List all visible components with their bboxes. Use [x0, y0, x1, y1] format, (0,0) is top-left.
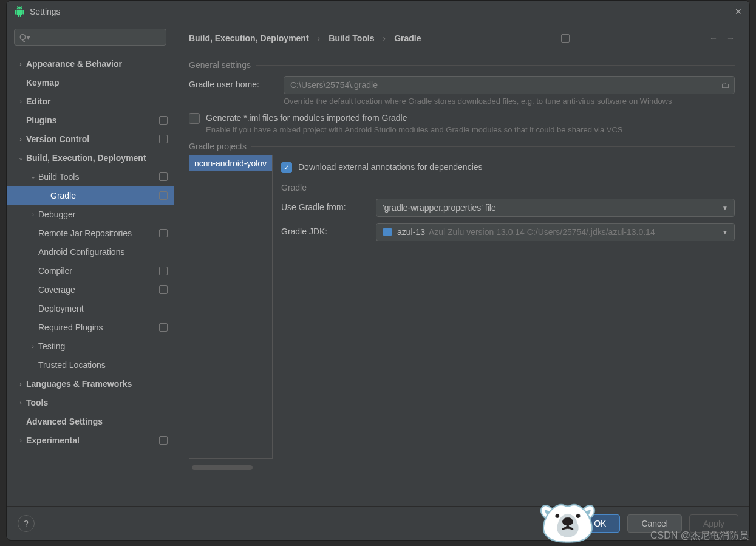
tree-item[interactable]: Required Plugins	[7, 318, 174, 336]
chevron-icon: ›	[27, 343, 38, 350]
scope-badge-icon	[159, 285, 168, 294]
content: General settings Gradle user home: C:\Us…	[174, 48, 749, 506]
forward-icon[interactable]: →	[726, 33, 735, 43]
tree-item-label: Required Plugins	[38, 322, 103, 332]
use-gradle-from-select[interactable]: 'gradle-wrapper.properties' file ▼	[376, 199, 735, 217]
download-annotations-checkbox[interactable]: ✓	[281, 162, 292, 173]
tree-item-label: Testing	[38, 341, 65, 351]
scope-badge-icon	[159, 116, 168, 125]
tree-item[interactable]: ›Editor	[7, 92, 174, 111]
tree-item[interactable]: Trusted Locations	[7, 355, 174, 374]
chevron-icon: ›	[15, 399, 26, 406]
tree-item[interactable]: Remote Jar Repositories	[7, 224, 174, 242]
tree-item-label: Plugins	[26, 115, 57, 125]
breadcrumb-item[interactable]: Build Tools	[329, 33, 374, 43]
chevron-icon: ›	[15, 60, 26, 67]
section-general: General settings	[189, 60, 735, 70]
footer: ? OK Cancel Apply	[7, 506, 749, 540]
dialog-body: Q▾ ›Appearance & BehaviorKeymap›EditorPl…	[7, 22, 749, 506]
close-icon[interactable]: ✕	[735, 7, 742, 16]
cancel-button[interactable]: Cancel	[627, 514, 682, 533]
chevron-down-icon: ▼	[722, 205, 728, 211]
tree-item[interactable]: ›Appearance & Behavior	[7, 54, 174, 73]
tree-item[interactable]: ›Version Control	[7, 129, 174, 148]
chevron-icon: ›	[15, 98, 26, 105]
tree-item[interactable]: ⌄Build, Execution, Deployment	[7, 148, 174, 167]
breadcrumb-item[interactable]: Gradle	[394, 33, 421, 43]
tree-item[interactable]: ⌄Build Tools	[7, 167, 174, 186]
tree-item-label: Debugger	[38, 210, 76, 219]
generate-iml-hint: Enable if you have a mixed project with …	[206, 125, 623, 134]
settings-dialog: Settings ✕ Q▾ ›Appearance & BehaviorKeym…	[6, 0, 750, 541]
tree-item[interactable]: ›Tools	[7, 393, 174, 412]
tree-item-label: Gradle	[50, 191, 76, 200]
section-projects: Gradle projects	[189, 142, 735, 151]
gradle-home-input[interactable]: C:\Users\25754\.gradle 🗀	[284, 76, 735, 94]
chevron-icon: ›	[15, 380, 26, 387]
tree-item[interactable]: Deployment	[7, 299, 174, 318]
jdk-icon	[383, 228, 392, 236]
chevron-icon: ⌄	[27, 172, 38, 180]
tree-item[interactable]: Coverage	[7, 280, 174, 299]
tree-item-label: Advanced Settings	[26, 417, 103, 426]
scope-badge-icon	[159, 436, 168, 445]
gradle-home-value: C:\Users\25754\.gradle	[290, 80, 378, 90]
scope-badge-icon	[159, 323, 168, 332]
tree-item[interactable]: Gradle	[7, 186, 174, 205]
chevron-right-icon: ›	[318, 33, 321, 43]
tree-item-label: Remote Jar Repositories	[38, 228, 132, 238]
window-title: Settings	[30, 7, 61, 16]
tree-item[interactable]: Advanced Settings	[7, 412, 174, 431]
breadcrumb: Build, Execution, Deployment › Build Too…	[174, 22, 749, 48]
tree-item-label: Build, Execution, Deployment	[26, 153, 146, 163]
back-icon[interactable]: ←	[709, 33, 718, 43]
chevron-icon: ›	[27, 211, 38, 218]
tree-item-label: Languages & Frameworks	[26, 379, 132, 389]
scope-badge-icon	[561, 34, 570, 43]
tree-item-label: Android Configurations	[38, 247, 124, 257]
tree-item[interactable]: ›Debugger	[7, 205, 174, 224]
ok-button[interactable]: OK	[580, 514, 620, 533]
section-label: Gradle projects	[189, 142, 247, 151]
tree-item[interactable]: Plugins	[7, 111, 174, 129]
gradle-home-hint: Override the default location where Grad…	[284, 97, 735, 106]
project-list[interactable]: ncnn-android-yolov	[189, 155, 273, 459]
generate-iml-checkbox[interactable]	[189, 113, 200, 124]
jdk-name: azul-13	[397, 227, 425, 237]
chevron-right-icon: ›	[383, 33, 386, 43]
tree-item[interactable]: ›Testing	[7, 336, 174, 355]
help-button[interactable]: ?	[18, 515, 35, 532]
select-value: 'gradle-wrapper.properties' file	[383, 203, 496, 213]
chevron-icon: ›	[15, 437, 26, 444]
tree-item[interactable]: Android Configurations	[7, 242, 174, 261]
tree-item-label: Version Control	[26, 134, 89, 144]
chevron-down-icon: ▼	[722, 229, 728, 236]
use-gradle-from-label: Use Gradle from:	[281, 199, 366, 212]
apply-button[interactable]: Apply	[689, 514, 738, 533]
settings-tree: ›Appearance & BehaviorKeymap›EditorPlugi…	[7, 52, 174, 506]
tree-item[interactable]: Compiler	[7, 261, 174, 280]
android-icon	[14, 6, 25, 17]
tree-item-label: Coverage	[38, 285, 75, 295]
tree-item-label: Compiler	[38, 266, 72, 276]
tree-item[interactable]: ›Experimental	[7, 431, 174, 449]
main-panel: Build, Execution, Deployment › Build Too…	[174, 22, 749, 506]
subsection-gradle: Gradle	[281, 183, 735, 193]
gradle-jdk-select[interactable]: azul-13 Azul Zulu version 13.0.14 C:/Use…	[376, 223, 735, 241]
tree-item-label: Keymap	[26, 78, 59, 87]
scope-badge-icon	[159, 229, 168, 237]
tree-item[interactable]: ›Languages & Frameworks	[7, 374, 174, 393]
scope-badge-icon	[159, 267, 168, 275]
tree-item[interactable]: Keymap	[7, 73, 174, 92]
breadcrumb-item[interactable]: Build, Execution, Deployment	[189, 33, 309, 43]
download-annotations-label: Download external annotations for depend…	[298, 162, 483, 172]
chevron-icon: ›	[15, 135, 26, 143]
scope-badge-icon	[159, 172, 168, 181]
search-input[interactable]: Q▾	[14, 29, 166, 46]
scrollbar[interactable]	[192, 465, 253, 470]
scope-badge-icon	[159, 135, 168, 143]
gradle-jdk-label: Gradle JDK:	[281, 223, 366, 236]
project-item[interactable]: ncnn-android-yolov	[189, 155, 272, 171]
tree-item-label: Tools	[26, 398, 48, 408]
folder-icon[interactable]: 🗀	[721, 80, 729, 90]
